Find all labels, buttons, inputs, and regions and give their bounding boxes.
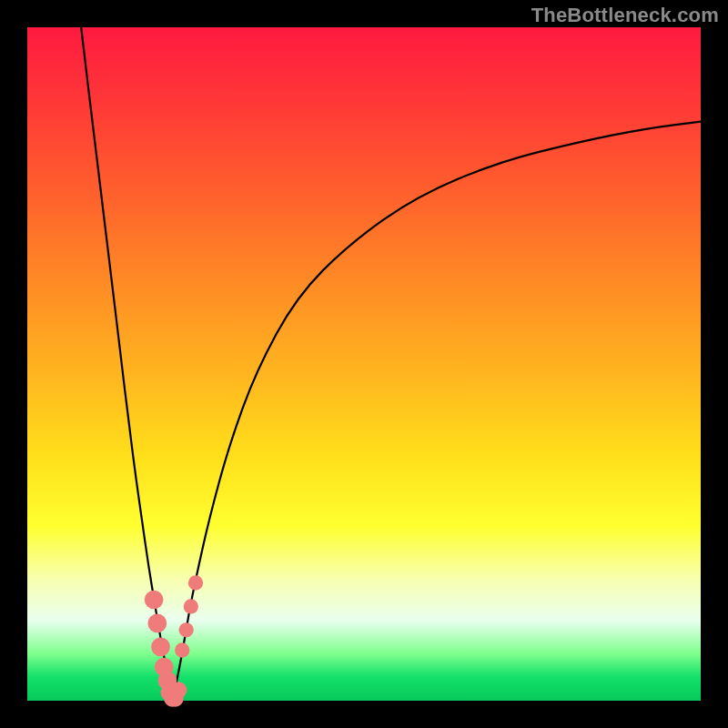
marker-right-cluster [188,575,203,590]
curve-right-branch [172,122,701,700]
marker-left-cluster [145,591,164,610]
marker-right-cluster [175,642,189,657]
marker-right-cluster [179,622,194,637]
bottleneck-curve [81,27,701,700]
plot-svg [27,27,701,701]
plot-area [27,27,701,701]
marker-left-cluster [151,637,170,656]
marker-right-cluster [184,599,198,613]
marker-left-cluster [147,614,167,633]
watermark-text: TheBottleneck.com [531,4,719,27]
chart-frame: TheBottleneck.com [0,0,728,728]
marker-bottom-cluster [171,682,187,698]
curve-markers [145,575,203,706]
